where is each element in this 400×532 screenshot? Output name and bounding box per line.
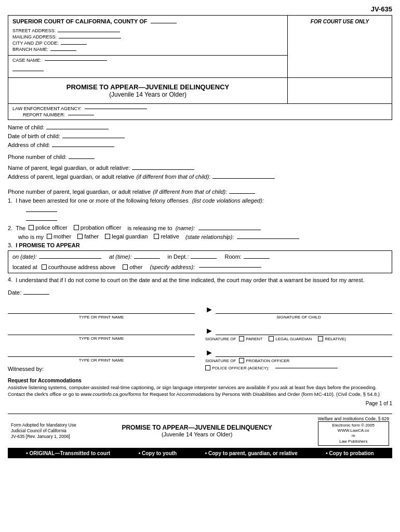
- mother-checkbox[interactable]: [47, 234, 52, 239]
- room-blank: [244, 258, 270, 259]
- other-checkbox[interactable]: [123, 264, 128, 270]
- relative-checkbox[interactable]: [154, 234, 159, 239]
- copy-item-4: Copy to probation: [326, 450, 374, 456]
- name-of-child-blank: [46, 129, 109, 129]
- item4-number: 4.: [8, 276, 12, 284]
- welfare-ref: Welfare and Institutions Code, § 629: [318, 416, 389, 421]
- date-label: Date:: [8, 289, 21, 296]
- name-of-child-label: Name of child:: [8, 124, 44, 130]
- relative-label: relative: [161, 233, 179, 240]
- item3-label: I PROMISE TO APPEAR: [16, 242, 79, 248]
- report-label: REPORT NUMBER:: [23, 112, 65, 117]
- website-box: Electronic form © 2005 WWW.LawCA.co m La…: [318, 421, 389, 446]
- item3-number: 3.: [8, 242, 12, 248]
- type-print-label-3: TYPE OR PRINT NAME: [8, 358, 195, 363]
- item2-text-pre: The: [16, 225, 25, 231]
- address-label: Address of child:: [8, 142, 50, 148]
- arrow-1: ►: [205, 305, 214, 314]
- police-agency-label: POLICE OFFICER (agency):: [212, 366, 269, 370]
- request-text: Assistive listening systems, computer-as…: [8, 384, 392, 398]
- court-use-only-label: FOR COURT USE ONLY: [292, 19, 388, 24]
- copy-bar: ORIGINAL—Transmitted to court Copy to yo…: [8, 448, 392, 458]
- probation-sig-label: PROBATION OFFICER: [246, 358, 289, 363]
- room-label: Room:: [224, 254, 241, 260]
- county-blank: [151, 23, 177, 23]
- parent-sig-label: PARENT: [246, 337, 262, 341]
- legal-guardian-sig-label: LEGAL GUARDIAN: [275, 337, 312, 341]
- releasing-text: is releasing me to: [127, 225, 172, 231]
- agency-blank: [85, 109, 147, 109]
- case-name-label: CASE NAME:: [12, 58, 42, 63]
- phone-blank: [69, 158, 95, 159]
- city-zip-blank: [61, 44, 87, 45]
- form-title-main: PROMISE TO APPEAR—JUVENILE DELINQUENCY: [14, 83, 282, 91]
- court-header-label: SUPERIOR COURT OF CALIFORNIA, COUNTY OF: [12, 18, 148, 24]
- dob-blank: [62, 138, 125, 138]
- footer-title-main: PROMISE TO APPEAR—JUVENILE DELINQUENCY: [87, 424, 308, 431]
- parent-phone-label: Phone number of parent, legal guardian, …: [8, 189, 151, 195]
- parent-sig-checkbox[interactable]: [239, 336, 244, 341]
- branch-blank: [50, 50, 76, 51]
- probation-officer-checkbox[interactable]: [74, 225, 79, 230]
- type-print-label-1: TYPE OR PRINT NAME: [8, 315, 195, 320]
- mailing-blank: [59, 38, 121, 38]
- parent-address-child: child):: [195, 174, 210, 180]
- name-label: (name):: [176, 225, 195, 231]
- legal-guardian-sig-checkbox[interactable]: [269, 336, 274, 341]
- branch-label: BRANCH NAME:: [12, 47, 48, 52]
- at-time-label: at (time):: [109, 254, 131, 260]
- parent-phone-blank: [229, 193, 255, 194]
- parent-address-italic: (if different from that of: [136, 174, 194, 180]
- mailing-label: MAILING ADDRESS:: [12, 34, 57, 39]
- item4-text: I understand that if I do not come to co…: [16, 276, 364, 284]
- copy-item-3: Copy to parent, guardian, or relative: [205, 450, 298, 456]
- arrow-2: ►: [205, 327, 214, 335]
- relative-sig-checkbox[interactable]: [318, 336, 323, 341]
- case-name-blank: [45, 60, 107, 61]
- item2-number: 2.: [8, 225, 12, 231]
- street-blank: [58, 32, 120, 32]
- parent-address-blank: [212, 178, 275, 179]
- form-number: JV-635: [8, 5, 392, 13]
- sig-child-label: SIGNATURE OF CHILD: [205, 315, 392, 320]
- date-field: [23, 294, 49, 295]
- felony-blank-2: [26, 214, 57, 221]
- legal-guardian-label: legal guardian: [112, 233, 148, 240]
- police-sig-checkbox[interactable]: [205, 365, 210, 370]
- report-blank: [68, 115, 94, 115]
- police-officer-checkbox[interactable]: [29, 225, 34, 230]
- page-number: Page 1 of 1: [8, 401, 392, 406]
- request-title: Request for Accommodations: [8, 377, 392, 384]
- courthouse-checkbox[interactable]: [42, 264, 47, 270]
- police-officer-label: police officer: [35, 224, 68, 231]
- type-print-line-3: [8, 347, 195, 357]
- probation-officer-label: probation officer: [81, 224, 122, 231]
- release-name-blank: [198, 230, 261, 230]
- dept-blank: [191, 258, 217, 259]
- agency-label: LAW ENFORCEMENT AGENCY:: [12, 106, 82, 111]
- date-blank: [39, 258, 101, 259]
- parent-phone-italic: (if different from that of child):: [153, 189, 227, 195]
- adopted-label: Form Adopted for Mandatory Use: [11, 422, 76, 428]
- witnessed-by-label: Witnessed by:: [8, 366, 195, 372]
- father-label: father: [84, 233, 99, 240]
- form-title-sub: (Juvenile 14 Years or Older): [14, 91, 282, 98]
- located-at-label: located at: [12, 264, 37, 270]
- city-zip-label: CITY AND ZIP CODE:: [12, 41, 59, 46]
- state-relationship-label: (state relationship):: [185, 234, 234, 240]
- legal-guardian-checkbox[interactable]: [105, 234, 110, 239]
- sig-of-label-2: SIGNATURE OF: [205, 358, 236, 363]
- on-date-label: on (date):: [12, 254, 37, 260]
- copy-item-1: ORIGINAL—Transmitted to court: [26, 450, 110, 456]
- parent-address-label: Address of parent, legal guardian, or ad…: [8, 174, 134, 180]
- dept-label: in Dept.:: [168, 254, 189, 260]
- address-blank: [52, 147, 114, 147]
- phone-label: Phone number of child:: [8, 154, 66, 160]
- father-checkbox[interactable]: [77, 234, 83, 239]
- courthouse-address-label: courthouse address above: [48, 264, 116, 270]
- form-id: JV-635 [Rev. January 1, 2006]: [11, 434, 76, 440]
- probation-sig-checkbox[interactable]: [239, 358, 244, 363]
- parent-name-blank: [132, 169, 194, 170]
- dob-label: Date of birth of child:: [8, 133, 60, 139]
- sig-of-label: SIGNATURE OF: [205, 337, 236, 341]
